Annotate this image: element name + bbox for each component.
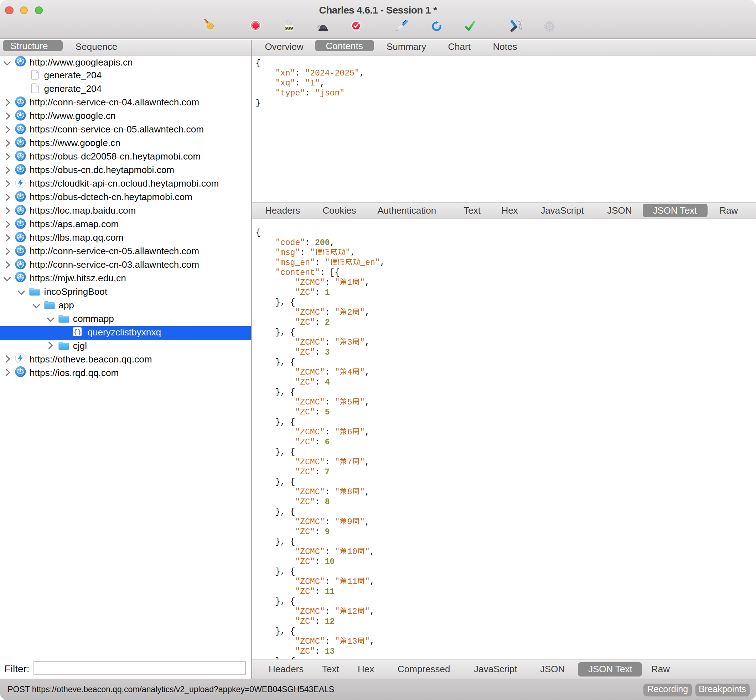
svg-text:{}: {} xyxy=(74,328,81,335)
